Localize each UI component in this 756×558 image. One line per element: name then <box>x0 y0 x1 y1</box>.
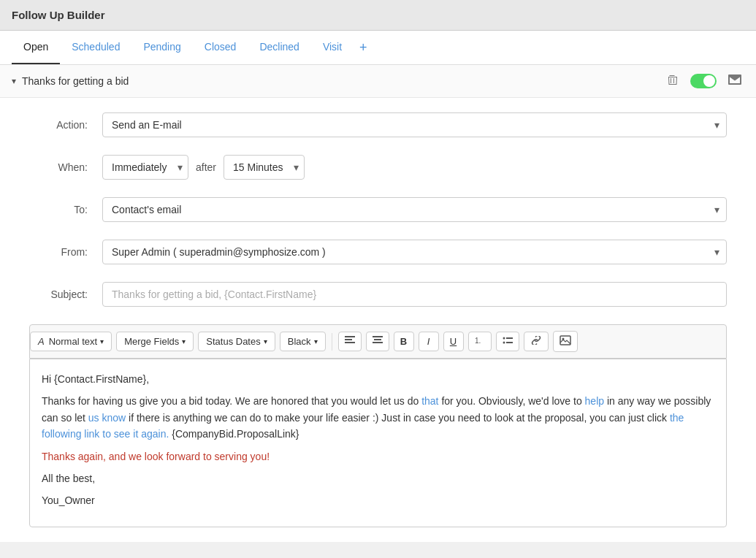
app-title: Follow Up Builder <box>12 9 105 21</box>
form-area: Action: Send an E-mail Send a Text Add a… <box>0 98 756 542</box>
editor-toolbar: A Normal text ▾ Merge Fields ▾ Status Da… <box>29 324 727 359</box>
align-center-button[interactable] <box>366 332 389 351</box>
tab-pending[interactable]: Pending <box>131 31 192 64</box>
action-control: Send an E-mail Send a Text Add a Note <box>102 112 727 137</box>
email-editor[interactable]: Hi {Contact.FirstName}, Thanks for havin… <box>29 359 727 527</box>
active-toggle[interactable] <box>690 74 717 88</box>
after-label: after <box>196 161 216 173</box>
from-select-wrapper: Super Admin ( superadmin@symphosize.com … <box>102 240 727 264</box>
underline-icon: U <box>450 336 457 347</box>
svg-rect-11 <box>560 336 570 345</box>
status-dates-button[interactable]: Status Dates ▾ <box>198 332 275 351</box>
editor-line-3: Thanks again, and we look forward to ser… <box>42 448 714 465</box>
unordered-list-button[interactable] <box>496 332 519 351</box>
font-icon: A <box>38 336 45 347</box>
italic-button[interactable]: I <box>419 332 439 351</box>
when-label: When: <box>29 161 102 173</box>
svg-rect-0 <box>345 336 355 337</box>
when-select-wrapper: Immediately After Before <box>102 155 188 180</box>
editor-section: A Normal text ▾ Merge Fields ▾ Status Da… <box>29 324 727 527</box>
action-select-wrapper: Send an E-mail Send a Text Add a Note <box>102 112 727 137</box>
color-button[interactable]: Black ▾ <box>280 332 326 351</box>
image-button[interactable] <box>553 331 578 352</box>
svg-rect-8 <box>506 337 513 339</box>
duration-select-wrapper: 15 Minutes 30 Minutes 1 Hour 1 Day 1 Wee… <box>224 155 305 180</box>
to-select[interactable]: Contact's email Owner's email <box>102 197 727 222</box>
tab-open[interactable]: Open <box>12 31 60 64</box>
subject-label: Subject: <box>29 288 102 300</box>
from-label: From: <box>29 246 102 258</box>
editor-line-5: You_Owner <box>42 492 714 508</box>
delete-button[interactable] <box>664 72 681 90</box>
from-select[interactable]: Super Admin ( superadmin@symphosize.com … <box>102 240 727 264</box>
color-label: Black <box>288 336 311 347</box>
svg-point-9 <box>503 342 505 344</box>
followup-title: Thanks for getting a bid <box>22 75 129 87</box>
add-tab-button[interactable]: + <box>354 33 373 63</box>
link-button[interactable] <box>524 332 549 351</box>
tabs-bar: Open Scheduled Pending Closed Declined V… <box>0 31 756 65</box>
subject-input[interactable] <box>102 282 727 307</box>
to-select-wrapper: Contact's email Owner's email <box>102 197 727 222</box>
app-container: Follow Up Builder Open Scheduled Pending… <box>0 0 756 558</box>
svg-point-7 <box>503 337 505 340</box>
followup-actions <box>664 72 744 90</box>
subject-row: Subject: <box>29 282 727 307</box>
editor-line-4: All the best, <box>42 470 714 486</box>
action-select[interactable]: Send an E-mail Send a Text Add a Note <box>102 112 727 137</box>
tab-closed[interactable]: Closed <box>193 31 248 64</box>
bold-button[interactable]: B <box>394 332 414 351</box>
svg-rect-1 <box>345 339 352 340</box>
font-caret-icon: ▾ <box>100 337 104 345</box>
followup-title-row: ▾ Thanks for getting a bid <box>12 75 129 87</box>
ordered-list-button[interactable]: 1. <box>468 332 492 351</box>
status-caret-icon: ▾ <box>264 337 267 345</box>
color-caret-icon: ▾ <box>314 337 318 345</box>
email-button[interactable] <box>725 73 744 89</box>
underline-button[interactable]: U <box>443 332 464 351</box>
toolbar-separator-1 <box>332 333 332 351</box>
tab-declined[interactable]: Declined <box>248 31 310 64</box>
font-style-label: Normal text <box>49 336 97 347</box>
status-dates-label: Status Dates <box>206 336 260 347</box>
action-row: Action: Send an E-mail Send a Text Add a… <box>29 112 727 137</box>
merge-fields-label: Merge Fields <box>124 336 179 347</box>
app-header: Follow Up Builder <box>0 0 756 31</box>
subject-control <box>102 282 727 307</box>
editor-line-1: Hi {Contact.FirstName}, <box>42 371 714 387</box>
to-control: Contact's email Owner's email <box>102 197 727 222</box>
align-left-button[interactable] <box>338 332 362 351</box>
from-control: Super Admin ( superadmin@symphosize.com … <box>102 240 727 264</box>
tab-visit[interactable]: Visit <box>311 31 354 64</box>
svg-rect-3 <box>373 336 383 337</box>
editor-line-2: Thanks for having us give you a bid toda… <box>42 393 714 442</box>
bold-icon: B <box>400 336 407 347</box>
svg-rect-5 <box>373 342 383 343</box>
chevron-down-icon[interactable]: ▾ <box>12 76 16 86</box>
from-row: From: Super Admin ( superadmin@symphosiz… <box>29 240 727 264</box>
content-area: ▾ Thanks for getting a bid Action: <box>0 65 756 542</box>
merge-caret-icon: ▾ <box>182 337 186 345</box>
svg-text:1.: 1. <box>475 337 481 345</box>
svg-rect-2 <box>345 342 355 343</box>
italic-icon: I <box>427 336 430 347</box>
followup-header: ▾ Thanks for getting a bid <box>0 65 756 98</box>
tab-scheduled[interactable]: Scheduled <box>60 31 131 64</box>
duration-select[interactable]: 15 Minutes 30 Minutes 1 Hour 1 Day 1 Wee… <box>224 155 305 180</box>
merge-fields-button[interactable]: Merge Fields ▾ <box>116 332 194 351</box>
when-controls: Immediately After Before after 15 Minute… <box>102 155 727 180</box>
action-label: Action: <box>29 119 102 131</box>
when-select[interactable]: Immediately After Before <box>102 155 188 180</box>
svg-rect-4 <box>374 339 381 340</box>
when-row: When: Immediately After Before after 15 … <box>29 155 727 180</box>
to-row: To: Contact's email Owner's email <box>29 197 727 222</box>
font-style-button[interactable]: A Normal text ▾ <box>30 332 112 351</box>
to-label: To: <box>29 204 102 215</box>
svg-rect-10 <box>506 342 513 343</box>
